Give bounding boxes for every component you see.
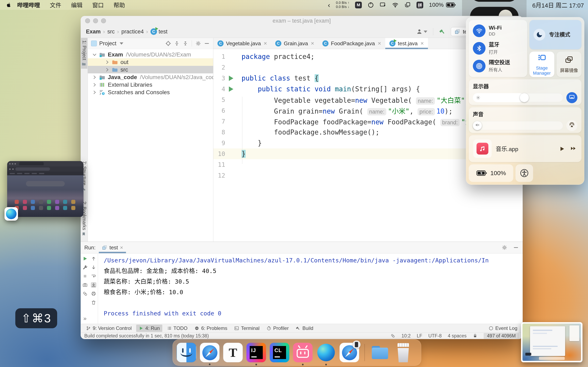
breadcrumb-item[interactable]: src (107, 29, 115, 35)
more-actions-icon[interactable]: » (83, 315, 86, 322)
accessibility-module[interactable] (516, 164, 533, 182)
memory-indicator[interactable]: 497 of 4096M (484, 333, 519, 339)
breadcrumb-item[interactable]: Exam (86, 29, 101, 35)
indent-widget[interactable]: 4 spaces (448, 333, 467, 339)
menu-1[interactable]: 文件 (45, 2, 66, 8)
stripe-project-button[interactable]: 1: Project (81, 38, 87, 69)
next-occurrence-icon[interactable] (91, 265, 96, 270)
rerun-button[interactable] (82, 256, 88, 261)
editor-tab-test.java[interactable]: C test.java× (385, 38, 428, 49)
screenshot-camera-icon[interactable] (82, 282, 88, 288)
toolwindow-button-Profiler[interactable]: Profiler (264, 325, 291, 332)
screen-mirroring-toggle[interactable]: 屏幕镜像 (557, 52, 581, 77)
airdrop-toggle-icon[interactable] (473, 60, 485, 72)
tree-row-Exam[interactable]: Exam/Volumes/DUAN/s2/Exam (88, 51, 213, 58)
panel-settings-gear-icon[interactable] (195, 40, 201, 47)
stage-manager-menu-icon[interactable] (404, 2, 411, 8)
line-ending-widget[interactable]: LF (417, 333, 422, 339)
tree-chevron-icon[interactable] (92, 82, 97, 87)
dock-finder-icon[interactable] (177, 343, 196, 362)
wifi-toggle-icon[interactable] (473, 25, 485, 37)
display-cursor-menu-icon[interactable] (380, 2, 386, 8)
airplay-audio-button[interactable] (566, 120, 577, 131)
tree-chevron-icon[interactable] (104, 59, 110, 65)
project-view-dropdown-icon[interactable] (120, 42, 123, 45)
run-tab-close-icon[interactable]: × (120, 244, 123, 251)
menu-3[interactable]: 窗口 (87, 2, 109, 8)
network-speed[interactable]: 0.0 B/s ↑ 0.0 B/s ↓ (336, 1, 349, 9)
toolwindow-button-9: Version Control[interactable]: 9: Version Control (84, 325, 134, 332)
toolwindow-button-TODO[interactable]: TODO (164, 325, 190, 332)
tree-chevron-icon[interactable] (92, 75, 97, 80)
tab-close-icon[interactable]: × (420, 40, 424, 47)
menu-0[interactable]: 哔哩哔哩 (13, 2, 45, 8)
dock-folder-icon[interactable] (370, 343, 390, 362)
print-icon[interactable] (91, 291, 96, 296)
tree-chevron-icon[interactable] (92, 52, 97, 57)
toolwindow-button-Terminal[interactable]: Terminal (232, 325, 262, 332)
display-settings-button[interactable] (566, 92, 577, 103)
scroll-to-end-icon[interactable] (91, 282, 96, 288)
run-tab[interactable]: test × (99, 242, 126, 253)
mweb-menu-icon[interactable]: M (355, 2, 362, 8)
user-account-button[interactable] (416, 28, 427, 35)
breadcrumb-item[interactable]: practice4 (121, 29, 144, 35)
toolwindow-button-Build[interactable]: Build (293, 325, 316, 332)
run-line-icon[interactable] (229, 76, 233, 81)
tree-row-out[interactable]: out (88, 58, 213, 66)
bluetooth-row[interactable]: 蓝牙打开 (473, 42, 523, 55)
lock-icon[interactable] (473, 333, 477, 338)
brightness-slider[interactable] (473, 93, 563, 102)
run-line-icon[interactable] (229, 86, 233, 92)
expand-all-icon[interactable] (174, 40, 180, 47)
music-card[interactable]: 音乐.app (469, 135, 581, 162)
stage-manager-window-thumbnail[interactable] (7, 161, 84, 217)
tree-row-Java_code[interactable]: Java_code/Volumes/DUAN/s2/Java_code (88, 73, 213, 81)
dock-trash-icon[interactable] (393, 343, 413, 362)
tab-close-icon[interactable]: × (264, 40, 267, 47)
coverage-icon[interactable] (82, 291, 88, 296)
caret-position-widget[interactable]: 10:2 (401, 333, 411, 339)
tab-close-icon[interactable]: × (378, 40, 381, 47)
focus-mode-card[interactable]: 专注模式 (529, 20, 581, 49)
editor-tab-FoodPackage.java[interactable]: C FoodPackage.java× (318, 38, 385, 49)
encoding-widget[interactable]: UTF-8 (428, 333, 442, 339)
tree-row-External Libraries[interactable]: External Libraries (88, 81, 213, 89)
editor-tab-Vegetable.java[interactable]: C Vegetable.java× (213, 38, 271, 49)
run-console-output[interactable]: /Users/jevon/Library/Java/JavaVirtualMac… (98, 253, 523, 324)
collapse-all-icon[interactable] (182, 40, 189, 47)
volume-slider[interactable] (473, 121, 563, 130)
collapse-menu-icons-icon[interactable]: ‹ (328, 1, 330, 8)
screenshot-preview-thumbnail[interactable] (521, 322, 582, 362)
apple-menu-icon[interactable] (4, 2, 13, 8)
dock-edge-icon[interactable] (316, 343, 336, 362)
editor-tab-Grain.java[interactable]: C Grain.java× (271, 38, 318, 49)
toolwindow-button-6: Problems[interactable]: 6: Problems (192, 325, 230, 332)
clock-menu-item[interactable]: 6月14日 周二 17:07 (532, 1, 584, 9)
tree-row-Scratches and Consoles[interactable]: Scratches and Consoles (88, 89, 213, 96)
battery-menu-item[interactable]: 100% (429, 2, 456, 8)
run-settings-gear-icon[interactable] (502, 244, 508, 250)
tab-close-icon[interactable]: × (311, 40, 314, 47)
build-hammer-button[interactable] (439, 28, 446, 35)
dock-intellij-idea-icon[interactable]: IJ (246, 343, 266, 362)
edge-app-badge[interactable] (4, 207, 18, 221)
dock-clion-icon[interactable]: CL (270, 343, 289, 362)
battery-module[interactable]: 100% (469, 164, 513, 182)
tree-row-src[interactable]: src (88, 66, 213, 73)
prev-occurrence-icon[interactable] (91, 256, 96, 261)
sync-status-icon[interactable] (390, 333, 395, 338)
dock-iphone-mirroring-icon[interactable] (339, 343, 359, 362)
music-play-button[interactable] (559, 146, 565, 152)
toolwindow-button-4: Run[interactable]: 4: Run (136, 325, 162, 332)
music-forward-button[interactable] (570, 145, 577, 152)
clear-console-icon[interactable] (91, 300, 96, 305)
hide-run-panel-icon[interactable] (513, 244, 519, 250)
dock-typora-icon[interactable]: T (223, 343, 243, 362)
dock-bilibili-icon[interactable] (293, 343, 312, 362)
soft-wrap-icon[interactable] (91, 273, 96, 279)
project-panel-title[interactable]: Project (99, 40, 116, 47)
airdrop-row[interactable]: 隔空投送所有人 (473, 59, 523, 73)
tree-chevron-icon[interactable] (104, 67, 110, 72)
power-utility-menu-icon[interactable] (367, 2, 374, 8)
